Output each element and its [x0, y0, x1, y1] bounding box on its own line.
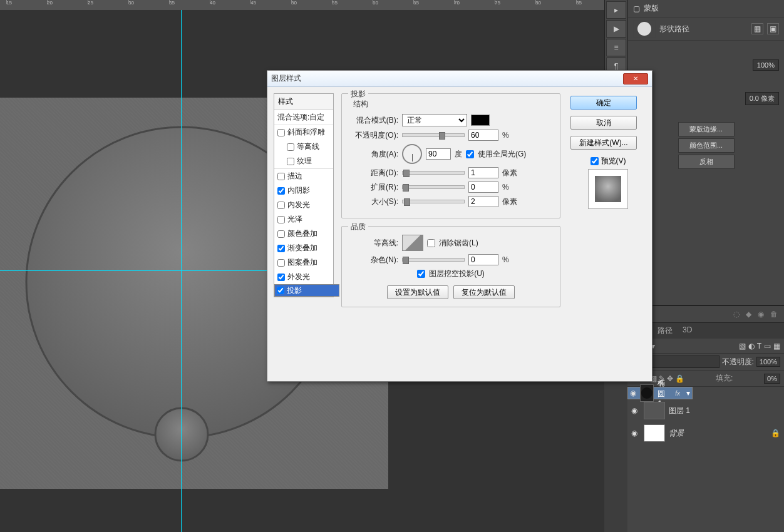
new-style-button[interactable]: 新建样式(W)...: [570, 136, 637, 150]
style-texture[interactable]: 纹理: [274, 154, 333, 169]
mask-label: 蒙版: [644, 3, 659, 14]
layer-ellipse-1[interactable]: ◉ 椭圆 1 fx ▾: [627, 387, 693, 399]
opacity-value[interactable]: 100%: [756, 357, 780, 367]
ok-button[interactable]: 确定: [570, 96, 637, 110]
angle-knob[interactable]: [402, 144, 422, 164]
pct-unit: %: [502, 131, 509, 140]
ruler-tick: 60: [373, 0, 378, 6]
shape-thumb: [633, 20, 656, 38]
style-inner-glow[interactable]: 内发光: [274, 198, 333, 212]
filter-type-icon[interactable]: T: [757, 342, 761, 350]
layer-name: 图层 1: [669, 406, 690, 416]
structure-group: 投影 结构 混合模式(B): 正常 不透明度(O): % 角度(A):: [341, 93, 560, 218]
default-buttons: 设置为默认值 复位为默认值: [348, 285, 554, 299]
filter-smart-icon[interactable]: ▦: [773, 342, 780, 350]
spread-slider[interactable]: [402, 185, 465, 189]
knockout-checkbox[interactable]: [417, 270, 425, 278]
style-pattern-overlay[interactable]: 图案叠加: [274, 255, 333, 270]
select-icon[interactable]: ◌: [733, 310, 740, 319]
tool-arrows-icon[interactable]: ▸: [606, 1, 626, 19]
cancel-button[interactable]: 取消: [570, 116, 637, 130]
apply-icon[interactable]: ◆: [746, 310, 751, 319]
mask-edge-button[interactable]: 蒙版边缘...: [678, 122, 735, 136]
style-contour[interactable]: 等高线: [274, 140, 333, 154]
preview-label: 预览(V): [601, 156, 626, 166]
ruler-tick: 20: [47, 0, 53, 6]
blend-mode-select[interactable]: 正常: [402, 114, 467, 126]
styles-header[interactable]: 样式: [274, 94, 333, 110]
feather-value[interactable]: 0.0 像素: [745, 92, 779, 105]
style-gradient-overlay[interactable]: 渐变叠加: [274, 241, 333, 255]
add-mask-icon[interactable]: ▦: [751, 23, 763, 34]
tool-play-icon[interactable]: ▶: [606, 20, 626, 38]
shadow-color-swatch[interactable]: [471, 115, 490, 126]
trash-icon[interactable]: 🗑: [770, 310, 778, 319]
spread-input[interactable]: [468, 182, 498, 193]
size-input[interactable]: [468, 196, 498, 207]
distance-slider[interactable]: [402, 171, 465, 175]
ruler-tick: 55: [332, 0, 338, 6]
size-slider[interactable]: [402, 200, 465, 203]
styles-list: 样式 混合选项:自定 斜面和浮雕 等高线 纹理 描边 内阴影 内发光 光泽 颜色…: [274, 93, 334, 297]
contour-picker[interactable]: [402, 235, 423, 251]
close-button[interactable]: ✕: [623, 73, 648, 84]
noise-field: 杂色(N): %: [348, 254, 554, 265]
blend-mode-field: 混合模式(B): 正常: [348, 114, 554, 126]
ruler-tick: 40: [210, 0, 215, 6]
visibility-toggle[interactable]: ◉: [631, 429, 640, 437]
global-light-checkbox[interactable]: [466, 150, 474, 158]
ruler-tick: 25: [88, 0, 93, 6]
style-satin[interactable]: 光泽: [274, 212, 333, 227]
fx-badge[interactable]: fx: [675, 390, 680, 397]
preview-checkbox[interactable]: [591, 157, 599, 165]
style-color-overlay[interactable]: 颜色叠加: [274, 227, 333, 241]
reset-default-button[interactable]: 复位为默认值: [453, 285, 515, 299]
color-range-button[interactable]: 颜色范围...: [678, 138, 735, 153]
fill-value[interactable]: 0%: [764, 374, 780, 384]
angle-input[interactable]: [426, 148, 451, 160]
shape-path-row[interactable]: 形状路径 ▦ ▣: [628, 18, 784, 41]
density-value[interactable]: 100%: [753, 59, 779, 71]
noise-input[interactable]: [468, 254, 498, 265]
blend-options-header[interactable]: 混合选项:自定: [274, 110, 333, 125]
tab-3d[interactable]: 3D: [678, 323, 697, 339]
style-bevel[interactable]: 斜面和浮雕: [274, 125, 333, 140]
ruler-tick: 75: [495, 0, 500, 6]
mask-panel-header[interactable]: ▢ 蒙版: [628, 0, 784, 18]
guide-vertical[interactable]: [181, 10, 182, 532]
antialias-checkbox[interactable]: [427, 239, 435, 247]
visibility-icon[interactable]: ◉: [758, 310, 764, 319]
preview-thumbnail: [588, 169, 628, 209]
lock-all-icon[interactable]: 🔒: [675, 374, 684, 383]
tool-sliders-icon[interactable]: ≡: [606, 39, 626, 56]
chevron-down-icon[interactable]: ▾: [686, 389, 690, 397]
px-unit: 像素: [502, 168, 517, 178]
noise-slider[interactable]: [402, 258, 465, 262]
opacity-slider[interactable]: [402, 133, 465, 137]
layer-layer-1[interactable]: ◉ 图层 1: [627, 399, 784, 422]
dialog-title: 图层样式: [271, 73, 301, 84]
style-drop-shadow[interactable]: 投影: [274, 284, 339, 297]
dialog-titlebar[interactable]: 图层样式 ✕: [267, 71, 652, 87]
angle-label: 角度(A):: [348, 149, 398, 160]
visibility-toggle[interactable]: ◉: [630, 389, 636, 397]
style-inner-shadow[interactable]: 内阴影: [274, 183, 333, 198]
filter-shape-icon[interactable]: ▭: [764, 342, 771, 350]
ruler-tick: 15: [6, 0, 12, 6]
set-default-button[interactable]: 设置为默认值: [387, 285, 448, 299]
distance-input[interactable]: [468, 167, 498, 178]
density-row: 100%: [628, 41, 784, 73]
filter-image-icon[interactable]: ▧: [739, 342, 746, 350]
style-outer-glow[interactable]: 外发光: [274, 270, 333, 284]
tab-paths[interactable]: 路径: [652, 323, 678, 339]
style-stroke[interactable]: 描边: [274, 169, 333, 183]
filter-adjust-icon[interactable]: ◐: [748, 342, 755, 350]
fill-label: 填充:: [716, 373, 733, 384]
opacity-input[interactable]: [468, 130, 498, 141]
layer-background[interactable]: ◉ 背景 🔒: [627, 422, 784, 444]
visibility-toggle[interactable]: ◉: [631, 406, 640, 415]
invert-button[interactable]: 反相: [678, 155, 735, 169]
ruler-tick: 85: [576, 0, 582, 6]
path-mask-icon[interactable]: ▣: [767, 23, 779, 34]
ruler-tick: 80: [535, 0, 541, 6]
